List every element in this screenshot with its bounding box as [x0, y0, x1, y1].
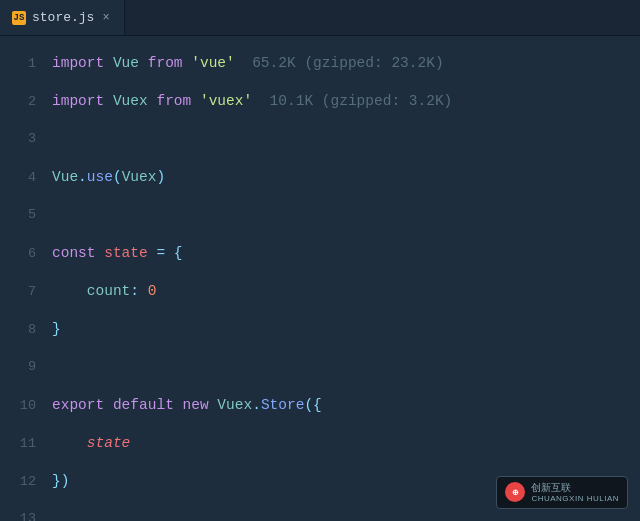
- line-content: import Vuex from 'vuex' 10.1K (gzipped: …: [52, 82, 640, 120]
- code-line: 8}: [0, 310, 640, 348]
- line-content: import Vue from 'vue' 65.2K (gzipped: 23…: [52, 44, 640, 82]
- line-content: count: 0: [52, 272, 640, 310]
- code-area: 1import Vue from 'vue' 65.2K (gzipped: 2…: [0, 36, 640, 521]
- line-content: }: [52, 310, 640, 348]
- line-content: export default new Vuex.Store({: [52, 386, 640, 424]
- line-number: 7: [0, 273, 52, 311]
- watermark-text: 创新互联 CHUANGXIN HULIAN: [531, 481, 619, 504]
- watermark: ⊕ 创新互联 CHUANGXIN HULIAN: [496, 476, 628, 509]
- tab-filename: store.js: [32, 10, 94, 25]
- line-number: 8: [0, 311, 52, 349]
- line-number: 13: [0, 500, 52, 521]
- code-line: 4Vue.use(Vuex): [0, 158, 640, 196]
- code-line: 2import Vuex from 'vuex' 10.1K (gzipped:…: [0, 82, 640, 120]
- line-number: 4: [0, 159, 52, 197]
- code-line: 9: [0, 348, 640, 386]
- code-line: 6const state = {: [0, 234, 640, 272]
- line-number: 1: [0, 45, 52, 83]
- code-line: 3: [0, 120, 640, 158]
- line-content: state: [52, 424, 640, 462]
- line-number: 12: [0, 463, 52, 501]
- watermark-logo: ⊕: [505, 482, 525, 502]
- line-content: Vue.use(Vuex): [52, 158, 640, 196]
- js-file-icon: JS: [12, 11, 26, 25]
- code-line: 1import Vue from 'vue' 65.2K (gzipped: 2…: [0, 44, 640, 82]
- code-line: 11 state: [0, 424, 640, 462]
- tab-bar: JS store.js ×: [0, 0, 640, 36]
- code-line: 10export default new Vuex.Store({: [0, 386, 640, 424]
- tab-close-button[interactable]: ×: [100, 9, 111, 27]
- line-number: 2: [0, 83, 52, 121]
- line-number: 9: [0, 348, 52, 386]
- line-number: 10: [0, 387, 52, 425]
- line-number: 5: [0, 196, 52, 234]
- file-tab[interactable]: JS store.js ×: [0, 0, 125, 35]
- line-number: 3: [0, 120, 52, 158]
- code-line: 5: [0, 196, 640, 234]
- code-line: 7 count: 0: [0, 272, 640, 310]
- line-number: 6: [0, 235, 52, 273]
- line-number: 11: [0, 425, 52, 463]
- line-content: const state = {: [52, 234, 640, 272]
